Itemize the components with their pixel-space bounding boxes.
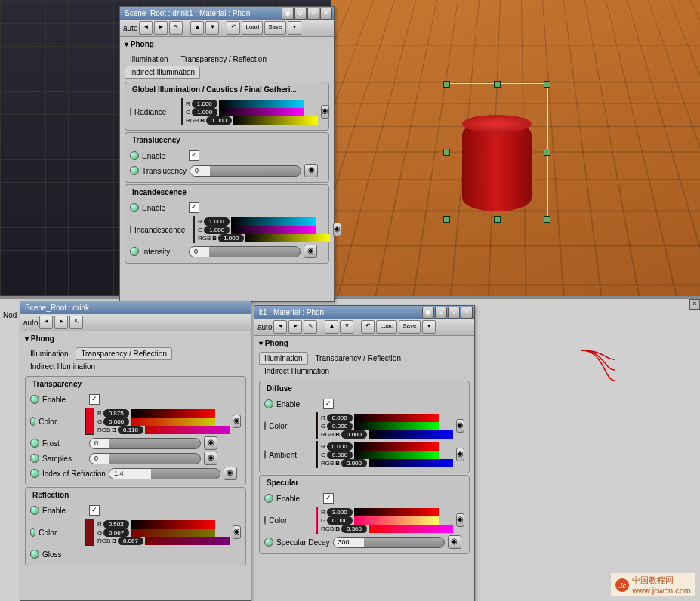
prev-button[interactable]: ◄ <box>39 316 53 329</box>
select-button[interactable]: ↖ <box>69 316 83 329</box>
anim-toggle[interactable] <box>130 151 139 160</box>
connect-button[interactable]: ◉ <box>204 452 217 465</box>
tab-indirect[interactable]: Indirect Illumination <box>25 360 100 373</box>
connect-button[interactable]: ◉ <box>321 105 329 119</box>
radiance-b[interactable]: 1.000 <box>206 116 232 125</box>
slider-r[interactable] <box>354 508 439 516</box>
slider-r[interactable] <box>219 100 304 108</box>
pin-icon[interactable]: ⊙ <box>435 307 447 319</box>
tab-illumination[interactable]: Illumination <box>25 347 74 360</box>
inc-r[interactable]: 1.000 <box>204 217 230 226</box>
enable-checkbox[interactable]: ✓ <box>89 394 100 405</box>
refl-r[interactable]: 0.502 <box>103 520 129 529</box>
anim-toggle[interactable] <box>264 421 266 430</box>
tab-indirect[interactable]: Indirect Illumination <box>259 365 335 378</box>
enable-checkbox[interactable]: ✓ <box>89 505 100 516</box>
anim-toggle[interactable] <box>30 439 39 448</box>
spec-b[interactable]: 0.360 <box>341 525 367 533</box>
inc-g[interactable]: 1.000 <box>204 226 230 234</box>
slider-g[interactable] <box>219 108 304 116</box>
diff-b[interactable]: 0.000 <box>341 430 367 439</box>
amb-b[interactable]: 0.000 <box>341 459 367 467</box>
translucency-slider[interactable]: 0 <box>190 165 301 177</box>
refl-b[interactable]: 0.067 <box>118 537 143 545</box>
handle-bm[interactable] <box>494 216 501 223</box>
prev-button[interactable]: ◄ <box>139 21 153 35</box>
help-icon[interactable]: ? <box>307 8 319 20</box>
spec-r[interactable]: 3.000 <box>327 508 353 516</box>
amb-color-swatch[interactable] <box>316 441 318 468</box>
refl-g[interactable]: 0.067 <box>103 529 129 537</box>
help-icon[interactable]: ? <box>448 307 460 319</box>
slider-r[interactable] <box>131 520 215 529</box>
slider-r[interactable] <box>354 414 439 422</box>
anim-toggle[interactable] <box>264 538 273 547</box>
lock-icon[interactable]: ◉ <box>282 8 294 20</box>
tab-indirect[interactable]: Indirect Illumination <box>125 66 200 79</box>
radiance-g[interactable]: 1.000 <box>192 108 217 116</box>
slider-g[interactable] <box>131 418 215 426</box>
spec-g[interactable]: 0.000 <box>327 516 353 525</box>
connect-button[interactable]: ◉ <box>224 467 237 480</box>
connect-button[interactable]: ◉ <box>304 245 317 258</box>
slider-b[interactable] <box>145 426 230 434</box>
handle-mr[interactable] <box>544 149 550 156</box>
slider-b[interactable] <box>145 537 230 545</box>
slider-g[interactable] <box>231 226 316 234</box>
slider-g[interactable] <box>131 529 215 537</box>
slider-b[interactable] <box>369 525 453 533</box>
intensity-slider[interactable]: 0 <box>189 246 301 257</box>
next-button[interactable]: ► <box>154 21 168 35</box>
amb-g[interactable]: 0.000 <box>327 451 353 459</box>
radiance-swatch[interactable] <box>181 98 183 125</box>
enable-checkbox[interactable]: ✓ <box>189 202 199 213</box>
slider-g[interactable] <box>354 516 439 525</box>
selection-box[interactable] <box>446 83 548 220</box>
next-button[interactable]: ► <box>288 320 302 334</box>
undo-icon[interactable]: ↶ <box>227 21 240 35</box>
ior-slider[interactable]: 1.4 <box>109 468 220 479</box>
save-menu-button[interactable]: ▾ <box>288 21 301 35</box>
enable-checkbox[interactable]: ✓ <box>323 399 334 409</box>
slider-b[interactable] <box>369 430 453 439</box>
select-button[interactable]: ↖ <box>304 320 317 334</box>
save-button[interactable]: Save <box>399 320 420 334</box>
tab-transparency[interactable]: Transparency / Reflection <box>175 53 272 66</box>
anim-toggle[interactable] <box>30 550 39 559</box>
tab-transparency[interactable]: Transparency / Reflection <box>76 347 172 360</box>
titlebar[interactable]: k1 : Material : Phon ◉ ⊙ ? × <box>254 306 474 319</box>
slider-b[interactable] <box>245 234 330 242</box>
trans-g[interactable]: 0.000 <box>103 418 129 426</box>
anim-toggle[interactable] <box>30 506 39 515</box>
handle-br[interactable] <box>544 216 550 223</box>
load-button[interactable]: Load <box>376 320 397 334</box>
connect-button[interactable]: ◉ <box>204 436 217 450</box>
slider-r[interactable] <box>231 217 316 226</box>
connect-button[interactable]: ◉ <box>304 164 318 177</box>
connect-button[interactable]: ◉ <box>233 525 241 539</box>
anim-toggle[interactable] <box>30 395 39 404</box>
connect-button[interactable]: ◉ <box>333 223 341 236</box>
down-button[interactable]: ▼ <box>205 21 219 35</box>
close-graph-button[interactable]: × <box>689 299 700 310</box>
slider-r[interactable] <box>354 442 439 451</box>
enable-checkbox[interactable]: ✓ <box>323 493 334 504</box>
anim-toggle[interactable] <box>130 225 131 234</box>
connect-button[interactable]: ◉ <box>233 415 241 428</box>
slider-r[interactable] <box>131 409 215 418</box>
pin-icon[interactable]: ⊙ <box>294 8 307 20</box>
tab-transparency[interactable]: Transparency / Reflection <box>310 352 406 365</box>
anim-toggle[interactable] <box>130 107 131 116</box>
lock-icon[interactable]: ◉ <box>422 307 434 319</box>
slider-b[interactable] <box>233 116 318 125</box>
anim-toggle[interactable] <box>264 399 273 408</box>
trans-r[interactable]: 0.875 <box>103 409 129 418</box>
frost-slider[interactable]: 0 <box>89 438 201 449</box>
connect-button[interactable]: ◉ <box>456 448 464 461</box>
handle-ml[interactable] <box>443 149 450 156</box>
anim-toggle[interactable] <box>130 247 139 256</box>
anim-toggle[interactable] <box>30 528 35 537</box>
trans-b[interactable]: 0.110 <box>118 426 143 434</box>
diff-color-swatch[interactable] <box>316 412 318 439</box>
decay-slider[interactable]: 300 <box>333 537 445 548</box>
